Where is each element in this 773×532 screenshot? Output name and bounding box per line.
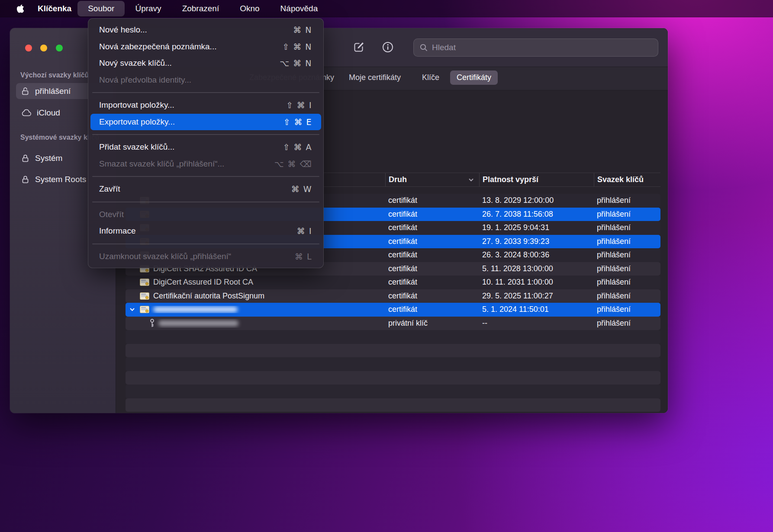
cell-expires: 5. 11. 2028 13:00:00	[479, 264, 594, 273]
cell-kind: certifikát	[385, 278, 479, 287]
tab-certifikaty[interactable]: Certifikáty	[450, 71, 498, 85]
cell-keychain: přihlášení	[594, 223, 660, 232]
info-button[interactable]	[381, 40, 395, 54]
padlock-icon	[21, 154, 30, 163]
menu-item-novy-svazek-klicu[interactable]: Nový svazek klíčů... ⌥ ⌘ N	[90, 55, 321, 72]
cell-keychain: přihlášení	[594, 196, 660, 205]
sidebar-item-label: iCloud	[37, 108, 60, 118]
menu-separator	[92, 134, 319, 135]
cell-keychain: přihlášení	[594, 264, 660, 273]
cell-keychain: přihlášení	[594, 250, 660, 260]
padlock-open-icon	[21, 87, 30, 96]
menubar-item-napoveda[interactable]: Nápověda	[270, 1, 329, 16]
sidebar-item-label: System Roots	[35, 175, 86, 184]
cell-kind: certifikát	[385, 210, 479, 219]
cell-keychain: přihlášení	[594, 305, 660, 314]
tab-klice[interactable]: Klíče	[422, 73, 439, 82]
cell-expires: 26. 7. 2038 11:56:08	[479, 210, 594, 219]
menubar-item-upravy[interactable]: Úpravy	[125, 1, 171, 16]
search-field[interactable]	[413, 38, 658, 57]
menu-separator	[92, 244, 319, 244]
cell-expires: --	[479, 319, 594, 328]
cell-expires: 10. 11. 2031 1:00:00	[479, 278, 594, 287]
menubar-item-okno[interactable]: Okno	[229, 1, 270, 16]
info-icon	[381, 41, 394, 54]
menu-item-nove-heslo[interactable]: Nové heslo... ⌘ N	[90, 22, 321, 38]
table-row-empty	[126, 344, 660, 358]
cell-expires: 27. 9. 2033 9:39:23	[479, 237, 594, 246]
traffic-light-close[interactable]	[25, 45, 32, 51]
cell-kind: certifikát	[385, 292, 479, 301]
menubar-item-soubor[interactable]: Soubor	[77, 1, 125, 16]
cell-expires: 5. 1. 2024 11:50:01	[479, 305, 594, 314]
traffic-light-zoom[interactable]	[56, 45, 63, 51]
cell-keychain: přihlášení	[594, 210, 660, 219]
table-row-empty	[126, 371, 660, 385]
certificate-icon	[140, 306, 149, 313]
menu-separator	[92, 176, 319, 177]
cell-keychain: přihlášení	[594, 278, 660, 287]
table-row-empty	[126, 398, 660, 412]
compose-icon	[352, 41, 365, 54]
redacted-name	[158, 320, 238, 326]
cell-kind: certifikát	[385, 305, 479, 314]
sidebar-section-system-header: Systémové svazky klíčů	[20, 134, 99, 141]
column-header-svazek[interactable]: Svazek klíčů	[594, 173, 660, 186]
menu-item-otevrit: Otevřít	[90, 206, 321, 223]
menu-item-exportovat-polozky[interactable]: Exportovat položky... ⇧ ⌘ E	[90, 114, 321, 131]
sort-chevron-icon	[468, 178, 474, 182]
table-row[interactable]: DigiCert Assured ID Root CA certifikát 1…	[126, 276, 660, 289]
sidebar-item-label: přihlášení	[35, 87, 71, 96]
cell-kind: privátní klíč	[385, 319, 479, 328]
menubar-item-zobrazeni[interactable]: Zobrazení	[172, 1, 230, 16]
cell-kind: certifikát	[385, 223, 479, 232]
menu-item-uzamknout-svazek: Uzamknout svazek klíčů „přihlášení“ ⌘ L	[90, 248, 321, 265]
cell-kind: certifikát	[385, 196, 479, 205]
tab-moje-certifikaty[interactable]: Moje certifikáty	[349, 73, 401, 82]
menu-item-smazat-svazek-klicu: Smazat svazek klíčů „přihlášení“... ⌥ ⌘ …	[90, 156, 321, 173]
certificate-icon	[140, 292, 149, 300]
column-header-platnost[interactable]: Platnost vyprší	[479, 173, 594, 186]
menu-item-zavrit[interactable]: Zavřít ⌘ W	[90, 181, 321, 198]
cell-expires: 26. 3. 2024 8:00:36	[479, 250, 594, 260]
cell-keychain: přihlášení	[594, 237, 660, 246]
menu-item-informace[interactable]: Informace ⌘ I	[90, 223, 321, 240]
menubar: Klíčenka Soubor Úpravy Zobrazení Okno Ná…	[0, 0, 773, 17]
apple-menu-icon[interactable]	[15, 4, 26, 13]
cell-kind: certifikát	[385, 264, 479, 273]
search-input[interactable]	[432, 43, 640, 52]
cell-expires: 13. 8. 2029 12:00:00	[479, 196, 594, 205]
menu-item-pridat-svazek-klicu[interactable]: Přidat svazek klíčů... ⇧ ⌘ A	[90, 139, 321, 156]
search-icon	[419, 43, 428, 52]
cell-expires: 29. 5. 2025 11:00:27	[479, 292, 594, 301]
key-icon	[150, 319, 155, 328]
redacted-name	[153, 307, 238, 312]
menu-separator	[92, 202, 319, 202]
padlock-icon	[21, 175, 30, 184]
cell-keychain: přihlášení	[594, 319, 660, 328]
table-row[interactable]: Certifikační autorita PostSignum certifi…	[126, 289, 660, 303]
menu-item-importovat-polozky[interactable]: Importovat položky... ⇧ ⌘ I	[90, 97, 321, 114]
file-menu: Nové heslo... ⌘ N Nová zabezpečená pozná…	[88, 18, 324, 268]
table-row-empty	[126, 385, 660, 398]
traffic-light-minimize[interactable]	[40, 45, 47, 51]
compose-button[interactable]	[352, 40, 366, 54]
table-row-empty	[126, 330, 660, 344]
table-row-selected[interactable]: certifikát 5. 1. 2024 11:50:01 přihlášen…	[126, 303, 660, 317]
sidebar-item-label: Systém	[35, 154, 62, 163]
sidebar-section-default-header: Výchozí svazky klíčů	[20, 71, 89, 79]
cloud-icon	[21, 109, 32, 117]
cell-keychain: přihlášení	[594, 292, 660, 301]
table-row[interactable]: privátní klíč -- přihlášení	[126, 317, 660, 330]
column-header-druh[interactable]: Druh	[385, 173, 479, 186]
chevron-down-icon[interactable]	[128, 308, 136, 311]
cell-kind: certifikát	[385, 250, 479, 260]
menubar-app-name[interactable]: Klíčenka	[38, 4, 71, 13]
certificate-icon	[140, 279, 149, 286]
table-row-empty	[126, 357, 660, 371]
cell-kind: certifikát	[385, 237, 479, 246]
menu-item-nova-predvolba-identity: Nová předvolba identity...	[90, 72, 321, 89]
cell-expires: 19. 1. 2025 9:04:31	[479, 223, 594, 232]
menu-item-nova-zabezpecena-poznamka[interactable]: Nová zabezpečená poznámka... ⇧ ⌘ N	[90, 38, 321, 55]
menu-separator	[92, 92, 319, 93]
